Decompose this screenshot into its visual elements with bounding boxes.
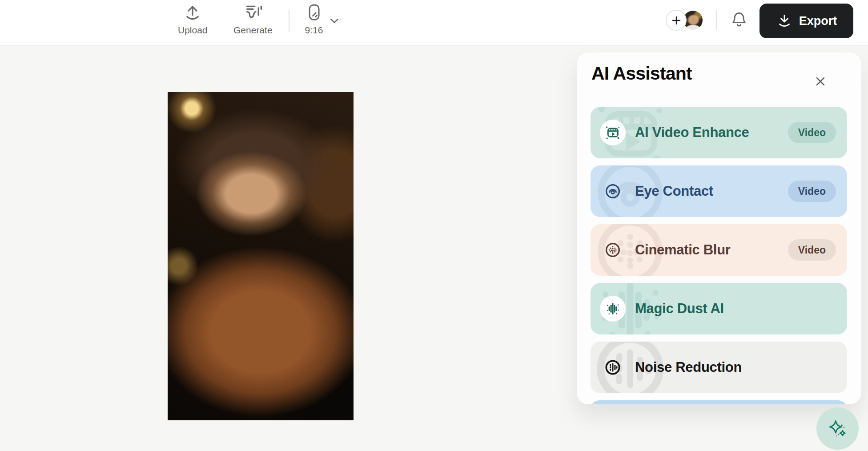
upload-button[interactable]: Upload [178,3,208,36]
close-icon[interactable] [809,70,832,93]
top-toolbar: Upload Generate 9:16 Export [0,0,868,46]
download-icon [776,12,793,29]
generate-label: Generate [233,25,273,36]
ai-tool-label: Noise Reduction [635,342,742,393]
generate-icon [243,3,263,23]
ai-tool-card[interactable]: AI Video EnhanceVideo [591,107,847,158]
chevron-down-icon [329,15,340,27]
toolbar-divider [289,10,289,32]
ai-tool-card-partial[interactable] [591,400,847,404]
panel-title: AI Assistant [591,63,692,84]
ai-tool-label: Eye Contact [635,165,713,217]
export-button[interactable]: Export [760,4,853,38]
aspect-ratio-selector[interactable]: 9:16 [304,3,340,36]
ai-tool-card[interactable]: Cinematic BlurVideo [591,224,847,276]
upload-arrow-icon [182,3,203,23]
magic-dust-icon [604,300,622,318]
ai-tool-label: Cinematic Blur [635,224,731,276]
icon-circle [600,120,626,145]
close-x-glyph [813,74,828,89]
eye-contact-icon [603,182,622,201]
ai-assistant-fab[interactable] [816,407,859,450]
ai-tool-label: AI Video Enhance [635,107,749,158]
media-type-badge: Video [788,239,836,261]
phone-portrait-icon [304,3,324,23]
ai-assistant-panel: AI Assistant AI Video EnhanceVideoEye Co… [577,52,861,404]
ai-tool-card[interactable]: Eye ContactVideo [591,165,847,217]
bell-icon [730,10,748,29]
add-button[interactable] [666,10,687,31]
upload-label: Upload [178,25,208,36]
plus-icon [670,14,683,27]
cinematic-blur-icon [603,241,622,259]
toolbar-divider-right [716,10,717,30]
export-label: Export [799,14,837,28]
ai-tool-card[interactable]: Magic Dust AI [591,283,847,334]
notifications-button[interactable] [728,9,750,30]
video-enhance-icon [604,124,622,141]
ai-tool-card[interactable]: Noise Reduction [591,342,847,393]
generate-button[interactable]: Generate [233,3,273,36]
media-type-badge: Video [788,122,836,143]
ai-tool-label: Magic Dust AI [635,283,724,334]
icon-circle [600,296,626,322]
aspect-ratio-value: 9:16 [305,25,323,36]
noise-reduction-icon [603,358,622,377]
video-preview[interactable] [168,92,354,420]
media-type-badge: Video [788,181,836,202]
sparkles-icon [827,418,848,439]
